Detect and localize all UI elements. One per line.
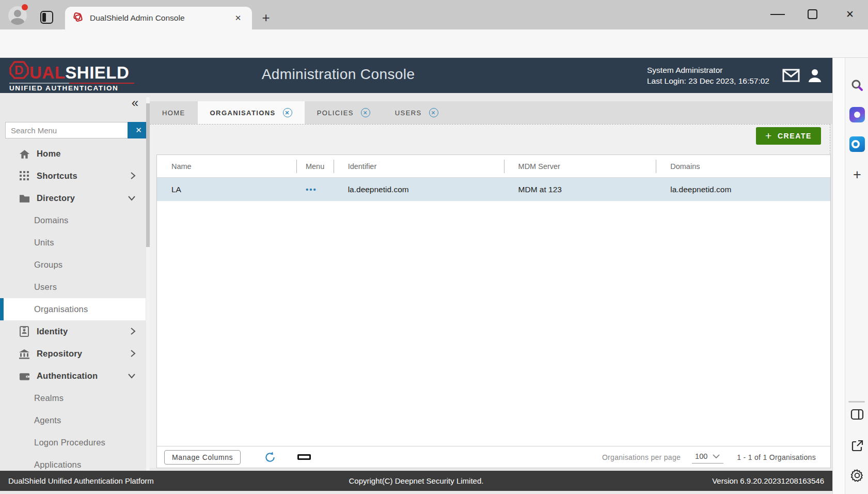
- sidebar-scrollbar[interactable]: [146, 97, 150, 490]
- browser-toolbar: https://mfa.la.deepnetid.com:8073/dac/#/…: [0, 29, 868, 58]
- sidebar-item-organisations[interactable]: Organisations: [0, 298, 146, 320]
- column-header-domains[interactable]: Domains: [656, 155, 825, 177]
- sidebar-item-domains[interactable]: Domains: [0, 209, 146, 231]
- sidebar-item-logon-procedures[interactable]: Logon Procedures: [0, 431, 146, 454]
- column-header-identifier[interactable]: Identifier: [334, 155, 504, 177]
- sidebar-item-users[interactable]: Users: [0, 276, 146, 298]
- per-page-select[interactable]: 100: [692, 451, 723, 464]
- chevron-down-icon: [127, 371, 136, 383]
- app-footer: DualShield Unified Authentication Platfo…: [0, 471, 832, 491]
- settings-gear-icon[interactable]: [849, 468, 865, 483]
- document-tab-bar: HOME ORGANISATIONS ✕ POLICIES ✕ USERS ✕: [150, 101, 832, 124]
- sidebar-item-realms[interactable]: Realms: [0, 387, 146, 409]
- table-empty-area: [157, 201, 830, 446]
- per-page-label: Organisations per page: [602, 453, 681, 461]
- chevron-down-icon: [712, 454, 720, 459]
- page-title: Administration Console: [0, 66, 676, 83]
- tab-policies[interactable]: POLICIES ✕: [305, 101, 383, 124]
- sidebar-item-identity[interactable]: Identity: [0, 320, 146, 343]
- window-minimize-button[interactable]: [770, 14, 785, 15]
- manage-columns-button[interactable]: Manage Columns: [164, 450, 241, 465]
- row-menu-button[interactable]: •••: [296, 178, 334, 201]
- main-content: HOME ORGANISATIONS ✕ POLICIES ✕ USERS ✕ …: [150, 93, 832, 494]
- sidebar-item-agents[interactable]: Agents: [0, 409, 146, 431]
- new-tab-button[interactable]: +: [259, 11, 273, 25]
- sidebar-item-units[interactable]: Units: [0, 231, 146, 254]
- browser-tab-strip: DualShield Admin Console ✕ + ✕: [0, 0, 868, 29]
- id-badge-icon: [19, 326, 30, 337]
- home-icon: [19, 148, 30, 160]
- dualshield-favicon: [72, 11, 84, 25]
- microsoft-365-icon[interactable]: [849, 107, 865, 122]
- profile-presence-dot: [22, 4, 28, 10]
- sidebar-collapse-button[interactable]: «: [132, 96, 138, 110]
- bing-search-icon[interactable]: [849, 78, 865, 93]
- chevron-down-icon: [127, 193, 136, 205]
- organisations-pane: + CREATE Name Menu Identifier MDM Server…: [150, 124, 830, 468]
- sidebar-item-home[interactable]: Home: [0, 143, 146, 165]
- sidebar-item-repository[interactable]: Repository: [0, 343, 146, 365]
- create-button[interactable]: + CREATE: [756, 127, 821, 145]
- cell-domains: la.deepnetid.com: [656, 178, 825, 201]
- sidebar-item-groups[interactable]: Groups: [0, 254, 146, 276]
- cell-identifier: la.deepnetid.com: [334, 178, 504, 201]
- logo-rule: [9, 83, 134, 84]
- chevron-right-icon: [129, 348, 136, 361]
- add-sidebar-app-icon[interactable]: +: [849, 167, 865, 182]
- action-toolbar: + CREATE: [150, 125, 830, 155]
- user-name: System Administrator: [647, 65, 769, 75]
- cell-mdm-server: MDM at 123: [504, 178, 656, 201]
- chevron-right-icon: [129, 171, 136, 183]
- browser-tab[interactable]: DualShield Admin Console ✕: [65, 7, 252, 29]
- plus-icon: +: [765, 131, 772, 141]
- edge-sidebar-rail: +: [845, 58, 868, 494]
- dualshield-app-page: D UAL SHIELD UNIFIED AUTHENTICATION Admi…: [0, 58, 832, 494]
- rail-divider: [848, 401, 865, 403]
- table-footer: Manage Columns Organisations per page 10…: [157, 446, 830, 468]
- workspaces-icon[interactable]: [40, 11, 53, 24]
- last-login: Last Login: 23 Dec 2023, 16:57:02: [647, 75, 769, 86]
- column-header-name[interactable]: Name: [157, 155, 296, 177]
- sidebar-item-directory[interactable]: Directory: [0, 187, 146, 209]
- refresh-table-icon[interactable]: [262, 450, 278, 465]
- row-density-icon[interactable]: [297, 454, 311, 460]
- column-header-mdm-server[interactable]: MDM Server: [504, 155, 656, 177]
- chevron-right-icon: [129, 326, 136, 338]
- outlook-icon[interactable]: [849, 136, 865, 152]
- tab-organisations[interactable]: ORGANISATIONS ✕: [198, 101, 305, 124]
- table-row[interactable]: LA ••• la.deepnetid.com MDM at 123 la.de…: [157, 178, 830, 201]
- sidebar: « ✕ Home Shortcuts Directory Domains Uni…: [0, 93, 150, 494]
- user-info: System Administrator Last Login: 23 Dec …: [647, 65, 769, 86]
- sidebar-item-shortcuts[interactable]: Shortcuts: [0, 165, 146, 187]
- open-external-icon[interactable]: [849, 438, 865, 453]
- page-scrollbar-gutter[interactable]: [832, 58, 845, 494]
- close-tab-icon[interactable]: ✕: [361, 108, 370, 117]
- sidebar-nav: Home Shortcuts Directory Domains Units G…: [0, 143, 146, 476]
- column-header-menu[interactable]: Menu: [296, 155, 334, 177]
- organisations-table: Name Menu Identifier MDM Server Domains …: [156, 155, 831, 468]
- sidebar-panel-icon[interactable]: [849, 407, 865, 422]
- table-header: Name Menu Identifier MDM Server Domains: [157, 155, 830, 178]
- mail-icon[interactable]: [782, 67, 800, 84]
- close-tab-icon[interactable]: ✕: [283, 108, 292, 117]
- tab-close-button[interactable]: ✕: [231, 11, 245, 25]
- tab-users[interactable]: USERS ✕: [383, 101, 451, 124]
- search-input[interactable]: [5, 122, 128, 138]
- close-tab-icon[interactable]: ✕: [429, 108, 438, 117]
- bank-icon: [19, 348, 30, 360]
- footer-copyright-text: Copyright(C) Deepnet Security Limited.: [0, 476, 832, 485]
- window-maximize-button[interactable]: [808, 9, 817, 19]
- app-header: D UAL SHIELD UNIFIED AUTHENTICATION Admi…: [0, 58, 832, 93]
- footer-version-text: Version 6.9.20.20231208163546: [712, 476, 824, 485]
- sidebar-scrollbar-thumb[interactable]: [146, 103, 150, 247]
- cell-name: LA: [157, 178, 296, 201]
- sidebar-item-authentication[interactable]: Authentication: [0, 365, 146, 387]
- pagination-controls: Organisations per page 100 1 - 1 of 1 Or…: [602, 451, 823, 464]
- tab-title: DualShield Admin Console: [90, 13, 231, 23]
- user-account-icon[interactable]: [806, 67, 824, 84]
- pagination-range: 1 - 1 of 1 Organisations: [737, 453, 816, 461]
- window-close-button[interactable]: ✕: [843, 8, 857, 21]
- folder-icon: [19, 193, 30, 204]
- tab-home[interactable]: HOME: [150, 101, 198, 124]
- wallet-icon: [19, 371, 30, 382]
